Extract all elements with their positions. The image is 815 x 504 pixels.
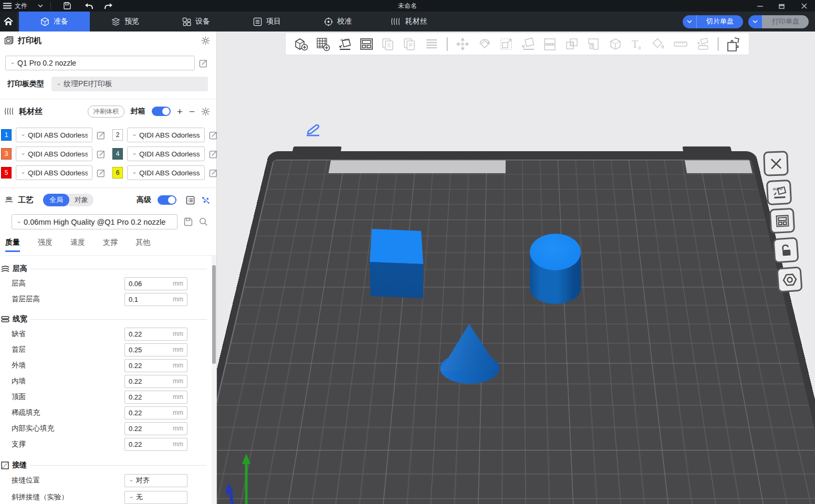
process-stack-icon bbox=[4, 196, 14, 204]
arrange-icon[interactable] bbox=[357, 35, 375, 54]
model-cone[interactable] bbox=[440, 324, 499, 384]
chevron-down-icon: ⌄ bbox=[10, 59, 15, 65]
printer-select[interactable]: ⌄ Q1 Pro 0.2 nozzle bbox=[5, 56, 195, 70]
preset-save-icon[interactable] bbox=[184, 217, 193, 226]
filament-select[interactable]: ⌄ QIDI ABS Odorless bbox=[16, 128, 92, 142]
process-tab-speed[interactable]: 速度 bbox=[70, 238, 85, 251]
printer-settings-gear-icon[interactable] bbox=[201, 36, 210, 45]
delete-all-button[interactable] bbox=[763, 151, 789, 176]
plate-type-select[interactable]: ⌄ 纹理PEI打印板 bbox=[51, 77, 208, 91]
support-line-width-input[interactable]: 0.22mm bbox=[124, 438, 187, 451]
redo-icon[interactable] bbox=[105, 3, 113, 9]
inner-wall-line-width-input[interactable]: 0.22mm bbox=[124, 375, 187, 388]
internal-solid-infill-line-width-input[interactable]: 0.22mm bbox=[124, 422, 187, 435]
advanced-toggle[interactable] bbox=[158, 195, 176, 205]
filament-color-chip[interactable]: 3 bbox=[1, 148, 12, 160]
first-layer-height-input[interactable]: 0.1 mm bbox=[124, 293, 187, 306]
flush-volume-button[interactable]: 冲刷体积 bbox=[88, 106, 124, 118]
file-menu[interactable]: 文件 bbox=[15, 2, 27, 10]
model-cylinder[interactable] bbox=[530, 234, 581, 304]
filament-select[interactable]: ⌄ QIDI ABS Odorless bbox=[16, 165, 92, 180]
seam-position-select[interactable]: ⌄ 对齐 bbox=[124, 474, 187, 487]
filament-color-chip[interactable]: 2 bbox=[112, 129, 123, 141]
plate-type-value: 纹理PEI打印板 bbox=[64, 79, 112, 89]
filament-select[interactable]: ⌄ QIDI ABS Odorless bbox=[127, 128, 205, 142]
close-button[interactable] bbox=[793, 0, 815, 12]
slice-plate-button[interactable]: 切片单盘 bbox=[683, 15, 743, 28]
filament-select[interactable]: ⌄ QIDI ABS Odorless bbox=[16, 146, 92, 161]
divider bbox=[30, 269, 207, 269]
process-tab-strength[interactable]: 强度 bbox=[38, 238, 53, 251]
param-row: 支撑 0.22mm bbox=[0, 436, 216, 452]
plate-settings-button[interactable] bbox=[776, 266, 802, 292]
chevron-down-icon: ⌄ bbox=[132, 131, 137, 137]
model-cube[interactable] bbox=[369, 229, 423, 298]
add-filament-button[interactable]: + bbox=[177, 107, 183, 117]
slice-options-chevron-icon[interactable] bbox=[683, 15, 697, 28]
tab-prepare[interactable]: 准备 bbox=[19, 12, 90, 32]
scope-object-button[interactable]: 对象 bbox=[69, 194, 93, 206]
tab-preview[interactable]: 预览 bbox=[90, 12, 161, 32]
maximize-button[interactable] bbox=[771, 0, 793, 12]
filament-settings-gear-icon[interactable] bbox=[201, 107, 210, 116]
printer-icon bbox=[4, 36, 14, 45]
scarf-seam-select[interactable]: ⌄ 无 bbox=[124, 491, 187, 504]
filament-edit-icon[interactable] bbox=[97, 150, 108, 159]
param-search-icon[interactable] bbox=[201, 196, 210, 205]
tab-device[interactable]: 设备 bbox=[161, 12, 232, 32]
add-model-icon[interactable] bbox=[292, 35, 310, 54]
lock-plate-button[interactable] bbox=[772, 237, 799, 263]
file-menu-chevron-icon[interactable] bbox=[38, 4, 43, 7]
filament-color-chip[interactable]: 6 bbox=[112, 167, 123, 178]
title-bar: 文件 未命名 bbox=[0, 0, 815, 12]
scrollbar-thumb[interactable] bbox=[212, 265, 216, 364]
save-icon[interactable] bbox=[64, 2, 71, 9]
undo-icon[interactable] bbox=[85, 3, 93, 9]
print-options-chevron-icon[interactable] bbox=[748, 15, 762, 28]
outer-wall-line-width-input[interactable]: 0.22mm bbox=[124, 359, 187, 372]
filament-section-header: 耗材丝 冲刷体积 封箱 + − bbox=[0, 103, 216, 119]
tab-filament[interactable]: 耗材丝 bbox=[373, 12, 444, 32]
plate-name-edit-icon[interactable] bbox=[305, 124, 321, 136]
process-tab-support[interactable]: 支撑 bbox=[103, 238, 118, 251]
print-plate-button[interactable]: 打印单盘 bbox=[748, 15, 809, 28]
process-tab-quality[interactable]: 质量 bbox=[5, 238, 20, 252]
process-preset-select[interactable]: ⌄ 0.06mm High Quality @Q1 Pro 0.2 nozzle bbox=[12, 214, 177, 229]
box-seal-toggle[interactable] bbox=[152, 107, 171, 116]
filament-color-chip[interactable]: 5 bbox=[1, 167, 12, 178]
filament-select[interactable]: ⌄ QIDI ABS Odorless bbox=[127, 146, 205, 161]
tab-calibration[interactable]: 校准 bbox=[302, 12, 373, 32]
build-plate[interactable] bbox=[217, 151, 815, 504]
paste-icon: P bbox=[401, 35, 419, 54]
param-list-icon[interactable] bbox=[186, 196, 195, 205]
filament-color-chip[interactable]: 4 bbox=[112, 148, 123, 160]
assembly-icon[interactable] bbox=[725, 35, 743, 54]
viewport-toolbar: AUTO 0 P bbox=[285, 33, 749, 55]
scope-global-button[interactable]: 全局 bbox=[43, 194, 69, 206]
add-plate-icon[interactable] bbox=[314, 35, 331, 54]
default-line-width-input[interactable]: 0.22mm bbox=[124, 328, 187, 341]
minimize-button[interactable] bbox=[749, 0, 771, 12]
auto-orient-plate-button[interactable]: AUTO bbox=[766, 180, 792, 205]
home-button[interactable] bbox=[0, 12, 17, 32]
viewport-3d[interactable]: AUTO 0 P bbox=[217, 32, 815, 504]
printer-edit-icon[interactable] bbox=[199, 59, 208, 68]
seam-group-header: 接缝 bbox=[0, 458, 216, 472]
sidebar-scrollbar[interactable] bbox=[212, 256, 216, 504]
hamburger-menu-icon[interactable] bbox=[3, 3, 12, 9]
filament-select[interactable]: ⌄ QIDI ABS Odorless bbox=[127, 165, 205, 180]
tab-project[interactable]: 项目 bbox=[232, 12, 302, 32]
device-icon bbox=[182, 17, 191, 26]
layer-height-input[interactable]: 0.06 mm bbox=[124, 277, 187, 290]
top-surface-line-width-input[interactable]: 0.22mm bbox=[124, 391, 187, 404]
auto-orient-icon[interactable]: AUTO bbox=[336, 35, 353, 54]
filament-edit-icon[interactable] bbox=[97, 131, 108, 140]
filament-edit-icon[interactable] bbox=[97, 169, 108, 177]
arrange-plate-button[interactable] bbox=[769, 208, 795, 234]
filament-color-chip[interactable]: 1 bbox=[1, 129, 12, 141]
process-tab-other[interactable]: 其他 bbox=[135, 238, 150, 251]
preset-search-icon[interactable] bbox=[199, 217, 208, 226]
first-layer-line-width-input[interactable]: 0.25mm bbox=[124, 343, 187, 356]
sparse-infill-line-width-input[interactable]: 0.22mm bbox=[124, 406, 187, 419]
remove-filament-button[interactable]: − bbox=[189, 107, 195, 117]
